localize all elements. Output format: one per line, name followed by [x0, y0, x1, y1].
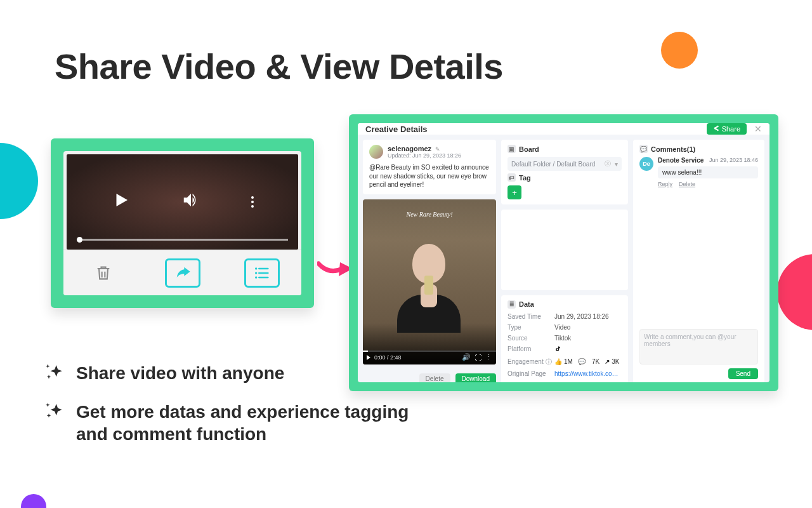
board-remove-icon[interactable]: ⓧ: [605, 159, 611, 168]
send-comment-button[interactable]: Send: [728, 368, 758, 379]
add-tag-button[interactable]: +: [508, 185, 521, 199]
play-icon[interactable]: [112, 190, 131, 214]
data-section-label: Data: [519, 300, 534, 308]
v-saved-time: Jun 29, 2023 18:26: [554, 313, 622, 320]
svg-point-1: [254, 272, 257, 274]
svg-point-0: [254, 267, 257, 270]
details-button[interactable]: [244, 258, 280, 288]
video-action-row: [63, 250, 301, 295]
tag-section-label: Tag: [519, 174, 531, 182]
page-title: Share Video & View Details: [55, 46, 503, 87]
feature-bullets: Share video with anyone Get more datas a…: [44, 362, 431, 445]
data-card: ≣ Data Saved TimeJun 29, 2023 18:26 Type…: [501, 295, 628, 383]
bullet-text: Get more datas and experience tagging an…: [76, 401, 431, 445]
v-source: Tiktok: [554, 335, 622, 342]
sparkle-icon: [44, 401, 66, 422]
comment-delete-button[interactable]: Delete: [679, 181, 695, 187]
volume-icon[interactable]: [181, 190, 200, 214]
board-selector[interactable]: Default Folder / Default Board ⓧ ▾: [508, 157, 622, 171]
comments-card: 💬 Comments(1) De Denote Service Jun 29, …: [633, 140, 764, 382]
post-video[interactable]: New Rare Beauty! 0:00 / 2:48 🔊 ⛶ ⋮: [363, 199, 496, 364]
comments-icon: 💬: [639, 145, 648, 153]
share-button[interactable]: [165, 258, 200, 288]
comments-count: 7K: [578, 358, 599, 365]
post-updated: Updated: Jun 29, 2023 18:26: [388, 152, 461, 159]
board-selected-value: Default Folder / Default Board: [511, 161, 595, 168]
play-icon[interactable]: [367, 355, 370, 360]
creative-details-panel: Creative Details Share ✕ selenagomez: [349, 114, 778, 391]
comment-item: De Denote Service Jun 29, 2023 18:46 www…: [639, 157, 758, 187]
volume-icon[interactable]: 🔊: [462, 353, 471, 361]
decor-circle-orange: [661, 32, 698, 69]
video-time-label: 0:00 / 2:48: [374, 354, 402, 361]
details-header: Creative Details Share ✕: [358, 123, 769, 135]
v-platform: [554, 345, 622, 354]
v-engagement: 1M 7K 3K: [554, 358, 622, 366]
more-options-icon[interactable]: [251, 196, 254, 208]
v-original-link[interactable]: https://www.tiktok.com/@sele…: [554, 370, 622, 377]
tiktok-icon: [554, 347, 561, 354]
decor-circle-pink: [777, 254, 812, 330]
comment-reply-button[interactable]: Reply: [658, 181, 672, 187]
svg-point-2: [254, 276, 257, 279]
video-progress-bar[interactable]: [77, 239, 288, 241]
bullet-row: Share video with anyone: [44, 362, 431, 384]
post-column: selenagomez ✎ Updated: Jun 29, 2023 18:2…: [363, 140, 496, 382]
download-post-button[interactable]: Download: [455, 373, 496, 383]
close-icon[interactable]: ✕: [754, 124, 762, 134]
data-icon: ≣: [508, 300, 516, 309]
k-platform: Platform: [508, 345, 554, 354]
tag-icon: 🏷: [508, 173, 516, 182]
details-title: Creative Details: [365, 124, 428, 134]
k-saved-time: Saved Time: [508, 313, 554, 320]
comment-time: Jun 29, 2023 18:46: [709, 157, 758, 164]
decor-circle-teal: [0, 143, 38, 219]
meta-column: ▣ Board Default Folder / Default Board ⓧ…: [501, 140, 628, 382]
share-icon: [713, 125, 719, 133]
bullet-row: Get more datas and experience tagging an…: [44, 401, 431, 445]
user-avatar: [369, 145, 383, 159]
board-section-label: Board: [519, 145, 539, 153]
video-overlay-title: New Rare Beauty!: [363, 211, 496, 218]
share-label: Share: [722, 125, 740, 133]
comment-input[interactable]: Write a comment,you can @your members: [639, 329, 758, 364]
sparkle-icon: [44, 362, 66, 384]
post-caption: @Rare Beauty im SO excited to announce o…: [369, 163, 490, 189]
more-icon[interactable]: ⋮: [485, 353, 492, 361]
creative-details: Creative Details Share ✕ selenagomez: [358, 123, 769, 382]
board-icon: ▣: [508, 145, 516, 153]
shares-count: 3K: [605, 358, 619, 365]
likes-count: 1M: [554, 358, 573, 365]
bullet-text: Share video with anyone: [76, 362, 284, 384]
k-type: Type: [508, 324, 554, 331]
tag-area: [501, 210, 628, 290]
video-player: [63, 151, 301, 295]
chevron-down-icon: ▾: [615, 161, 618, 168]
v-type: Video: [554, 324, 622, 331]
k-source: Source: [508, 335, 554, 342]
post-username: selenagomez ✎: [388, 145, 461, 152]
comment-user: Denote Service: [658, 157, 704, 164]
board-card: ▣ Board Default Folder / Default Board ⓧ…: [501, 140, 628, 204]
post-card: selenagomez ✎ Updated: Jun 29, 2023 18:2…: [363, 140, 496, 194]
video-thumbnail: [388, 237, 471, 326]
share-creative-button[interactable]: Share: [707, 123, 747, 135]
k-engagement: Engagement ⓘ: [508, 358, 554, 366]
trash-button[interactable]: [86, 258, 121, 288]
verified-icon: ✎: [435, 146, 440, 152]
comment-text: www selena!!!: [658, 166, 758, 178]
k-original: Original Page: [508, 370, 554, 377]
decor-circle-purple: [21, 494, 46, 508]
video-player-panel: [51, 138, 314, 308]
comment-avatar: De: [639, 157, 653, 171]
info-icon[interactable]: ⓘ: [546, 358, 552, 365]
fullscreen-icon[interactable]: ⛶: [475, 354, 481, 361]
video-area[interactable]: [67, 154, 298, 250]
comments-section-label: Comments(1): [651, 145, 695, 153]
